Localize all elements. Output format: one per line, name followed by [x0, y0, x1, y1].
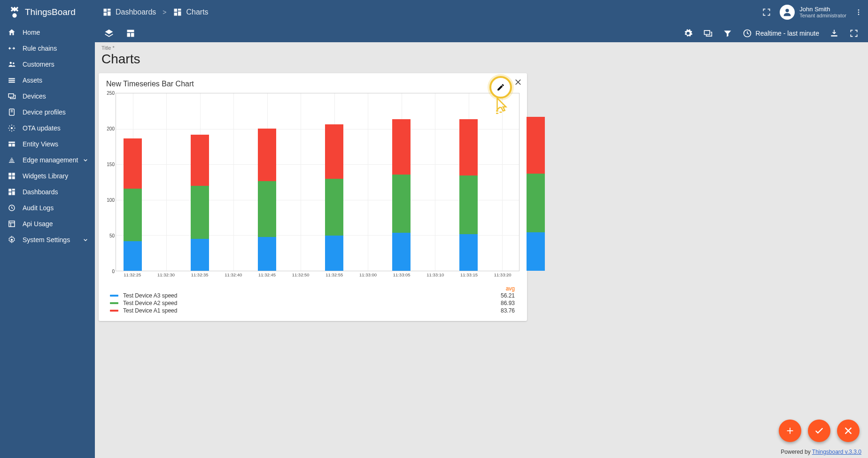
sidebar-item-ota-updates[interactable]: OTA updates: [0, 120, 95, 136]
x-tick: 11:33:10: [426, 272, 444, 277]
bar: [527, 106, 545, 271]
page-title[interactable]: Charts: [101, 52, 864, 67]
entityviews-icon: [8, 140, 16, 148]
avatar: [780, 5, 795, 20]
bar: [258, 112, 276, 271]
settings-icon: [8, 236, 16, 244]
y-tick: 250: [103, 91, 115, 96]
legend-value: 83.76: [501, 307, 515, 314]
x-tick: 11:33:05: [393, 272, 411, 277]
bar: [191, 115, 209, 271]
legend-row[interactable]: Test Device A1 speed83.76: [107, 307, 518, 314]
sidebar-item-entity-views[interactable]: Entity Views: [0, 136, 95, 152]
timewindow-button[interactable]: Realtime - last minute: [743, 29, 819, 38]
legend-swatch: [110, 302, 118, 304]
x-tick: 11:32:25: [124, 272, 141, 277]
svg-point-8: [11, 127, 13, 130]
bar-segment-A3: [459, 234, 478, 271]
timewindow-label: Realtime - last minute: [756, 30, 819, 37]
cancel-button[interactable]: [837, 420, 860, 442]
check-icon: [814, 426, 824, 436]
brand-logo[interactable]: ThingsBoard: [6, 6, 95, 19]
more-vert-icon[interactable]: [855, 8, 862, 17]
legend-label: Test Device A2 speed: [123, 300, 177, 306]
chart-plot: [116, 93, 519, 271]
y-tick: 200: [103, 126, 115, 131]
edge-icon: [8, 156, 16, 164]
close-icon[interactable]: [514, 78, 522, 86]
sidebar-item-assets[interactable]: Assets: [0, 72, 95, 88]
dashboard-icon: [102, 8, 112, 17]
footer-link[interactable]: Thingsboard v.3.3.0: [812, 449, 861, 455]
sidebar-item-devices[interactable]: Devices: [0, 88, 95, 104]
bar-segment-A2: [258, 181, 276, 237]
fullscreen-icon[interactable]: [762, 8, 771, 17]
layouts-icon[interactable]: [126, 29, 135, 38]
apply-button[interactable]: [808, 420, 830, 442]
svg-point-0: [12, 13, 16, 17]
legend-value: 56.21: [501, 292, 515, 299]
layers-icon[interactable]: [104, 29, 114, 38]
breadcrumb-sep: >: [163, 8, 166, 16]
bar-segment-A2: [459, 176, 478, 234]
sidebar-item-api-usage[interactable]: Api Usage: [0, 216, 95, 232]
svg-point-1: [786, 9, 789, 12]
bar-segment-A3: [258, 237, 276, 271]
chevron-down-icon: [82, 236, 89, 244]
edit-widget-highlight[interactable]: [489, 76, 512, 99]
fullscreen-icon[interactable]: [849, 29, 859, 38]
sidebar-item-label: Audit Logs: [23, 204, 54, 212]
breadcrumb-root[interactable]: Dashboards: [102, 8, 156, 17]
filter-icon[interactable]: [723, 29, 732, 38]
bar: [325, 110, 343, 271]
svg-point-10: [11, 239, 13, 241]
breadcrumb-root-label: Dashboards: [116, 8, 156, 16]
add-widget-button[interactable]: [779, 420, 801, 442]
breadcrumb-current-label: Charts: [186, 8, 208, 16]
gear-icon[interactable]: [683, 29, 693, 38]
sidebar-item-audit-logs[interactable]: Audit Logs: [0, 200, 95, 216]
bar: [124, 117, 142, 271]
sidebar-item-rule-chains[interactable]: Rule chains: [0, 40, 95, 56]
bar-segment-A2: [325, 179, 343, 236]
devprofiles-icon: [8, 108, 16, 116]
user-role: Tenant administrator: [799, 13, 846, 19]
user-menu[interactable]: John Smith Tenant administrator: [780, 5, 846, 20]
main-content: Realtime - last minute Title * Charts: [95, 24, 868, 458]
bar-segment-A1: [392, 119, 411, 174]
x-tick: 11:32:50: [292, 272, 310, 277]
bar-segment-A3: [124, 241, 142, 271]
bar-segment-A3: [191, 239, 209, 271]
widget-title: New Timeseries Bar Chart: [103, 80, 522, 93]
widget-card[interactable]: New Timeseries Bar Chart 050100150200250…: [99, 73, 527, 321]
breadcrumb-current[interactable]: Charts: [173, 8, 208, 17]
sidebar-item-label: OTA updates: [23, 124, 61, 132]
sidebar-item-edge-management[interactable]: Edge management: [0, 152, 95, 168]
download-icon[interactable]: [829, 29, 839, 38]
legend-row[interactable]: Test Device A3 speed56.21: [107, 292, 518, 299]
home-icon: [8, 28, 16, 37]
sidebar-item-label: Entity Views: [23, 140, 58, 148]
sidebar-item-customers[interactable]: Customers: [0, 56, 95, 72]
entity-aliases-icon[interactable]: [703, 29, 713, 38]
sidebar-item-widgets-library[interactable]: Widgets Library: [0, 168, 95, 184]
sidebar: HomeRule chainsCustomersAssetsDevicesDev…: [0, 24, 95, 458]
sidebar-item-dashboards[interactable]: Dashboards: [0, 184, 95, 200]
close-icon: [843, 426, 853, 436]
chain-icon: [8, 44, 16, 53]
bar-segment-A1: [124, 138, 142, 189]
sidebar-item-label: Customers: [23, 61, 54, 68]
svg-point-2: [858, 9, 860, 11]
sidebar-item-label: Device profiles: [23, 108, 66, 116]
bar-segment-A1: [459, 119, 478, 176]
sidebar-item-label: Api Usage: [23, 220, 53, 228]
bar-segment-A2: [124, 189, 142, 241]
legend-row[interactable]: Test Device A2 speed86.93: [107, 299, 518, 307]
app-header: ThingsBoard Dashboards > Charts John Smi…: [0, 0, 868, 24]
user-name: John Smith: [799, 6, 846, 13]
sidebar-item-label: Widgets Library: [23, 172, 68, 180]
sidebar-item-device-profiles[interactable]: Device profiles: [0, 104, 95, 120]
sidebar-item-system-settings[interactable]: System Settings: [0, 232, 95, 248]
sidebar-item-home[interactable]: Home: [0, 24, 95, 40]
user-icon: [782, 7, 792, 17]
